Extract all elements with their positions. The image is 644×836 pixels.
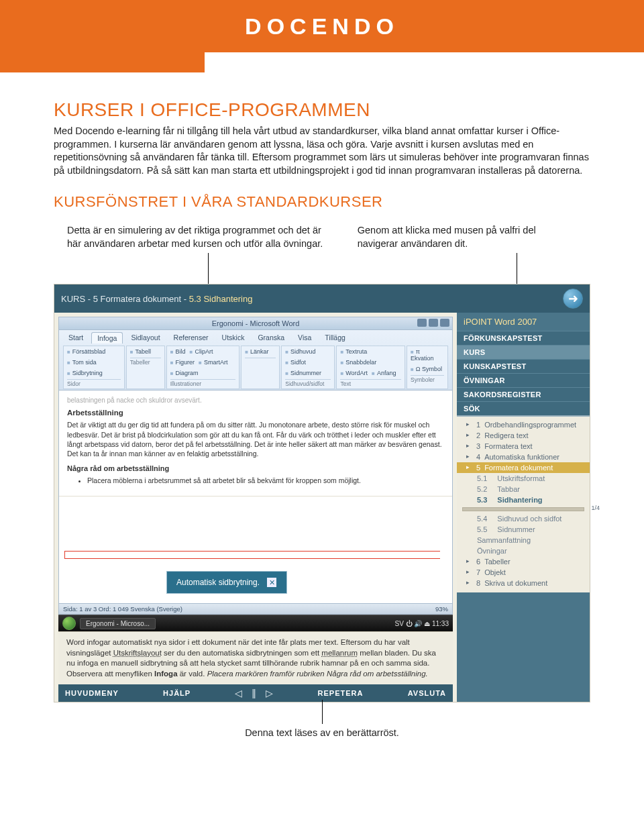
nav-sub-51[interactable]: 5.1 Utskriftsformat [457,473,590,484]
menu-sok[interactable]: SÖK [457,401,590,415]
nav-item-7[interactable]: 7Objekt [457,567,590,578]
nav-item-2[interactable]: 2Redigera text [457,430,590,441]
simulation-area[interactable]: Ergonomi - Microsoft Word Start Infoga S… [54,313,457,702]
btn-clipart[interactable]: ClipArt [190,348,213,355]
tab-utskick[interactable]: Utskick [217,332,250,344]
status-zoom: 93% [435,605,448,613]
btn-figurer[interactable]: Figurer [170,359,195,366]
start-orb-icon[interactable] [62,617,76,630]
breadcrumb-prefix: KURS - 5 Formatera dokument - [61,294,189,304]
ribbon-groups: Försättsblad Tom sida Sidbrytning Sidor … [63,346,448,389]
group-tabeller: Tabell Tabeller [126,346,165,389]
course-body: Ergonomi - Microsoft Word Start Infoga S… [54,313,590,702]
nav-sub-53[interactable]: 5.3 Sidhantering [457,494,590,505]
system-tray: SV ⏻ 🔊 ⏏ 11:33 [395,620,449,627]
btn-symbol[interactable]: Ω Symbol [411,366,442,372]
nav-item-5[interactable]: 5Formatera dokument [457,462,590,473]
callout-simulation: Detta är en simulering av det riktiga pr… [67,224,331,250]
tab-start[interactable]: Start [63,332,89,344]
footer-hjalp[interactable]: HJÄLP [163,689,191,697]
minimize-icon[interactable] [417,319,427,327]
windows-taskbar: Ergonomi - Microso... SV ⏻ 🔊 ⏏ 11:33 [58,615,453,631]
nav-sub-ovningar[interactable]: Övningar [457,545,590,556]
btn-smartart[interactable]: SmartArt [199,359,227,366]
play-icon[interactable]: ▷ [266,688,273,698]
btn-sidhuvud[interactable]: Sidhuvud [285,348,315,355]
nav-sub-sammanfattning[interactable]: Sammanfattning [457,535,590,545]
italic-instruction: Placera markören framför rubriken Några … [207,670,428,678]
tab-tillagg[interactable]: Tillägg [319,332,351,344]
group-symboler: π Ekvation Ω Symbol Symboler [407,346,448,389]
btn-diagram[interactable]: Diagram [170,370,199,376]
pause-icon[interactable]: ‖ [252,688,256,698]
group-text: Textruta Snabbdelar WordArt Anfang Text [336,346,405,389]
menu-forkunskapstest[interactable]: FÖRKUNSKAPSTEST [457,331,590,345]
btn-tabell[interactable]: Tabell [130,348,151,355]
tooltip-close-icon[interactable]: ✕ [266,577,277,588]
group-lankar: Länkar [241,346,280,389]
btn-snabbdelar[interactable]: Snabbdelar [340,359,376,366]
breadcrumb-current: 5.3 Sidhantering [189,294,253,304]
group-label-symboler: Symboler [411,375,444,383]
footer-repetera[interactable]: REPETERA [318,689,364,697]
ribbon-tabs: Start Infoga Sidlayout Referenser Utskic… [63,332,448,344]
footer-huvudmeny[interactable]: HUVUDMENY [65,689,119,697]
btn-forsattsblad[interactable]: Försättsblad [67,348,105,355]
menu-sakordsregister[interactable]: SAKORDSREGISTER [457,387,590,401]
doc-bullet: Placera möblerna i arbetsrummet så att a… [87,476,444,485]
tab-sidlayout[interactable]: Sidlayout [125,332,165,344]
tab-visa[interactable]: Visa [292,332,317,344]
btn-sidfot[interactable]: Sidfot [285,359,306,366]
narration-text: Word infogar automatiskt nya sidor i ett… [58,631,453,684]
nav-sub-52[interactable]: 5.2 Tabbar [457,484,590,494]
ribbon: Start Infoga Sidlayout Referenser Utskic… [58,330,453,390]
bold-infoga: Infoga [154,670,178,678]
tab-referenser[interactable]: Referenser [168,332,214,344]
word-title-text: Ergonomi - Microsoft Word [212,319,300,327]
document-area[interactable]: belastningen på nacke och skuldror avsev… [58,390,453,604]
accent-band [0,52,205,72]
tooltip-text: Automatisk sidbrytning. [176,577,260,588]
nav-item-8[interactable]: 8Skriva ut dokument [457,578,590,588]
sub-title: KURSFÖNSTRET I VÅRA STANDARDKURSER [54,193,590,211]
nav-sub-55[interactable]: 5.5 Sidnummer [457,524,590,535]
menu-ovningar[interactable]: ÖVNINGAR [457,373,590,387]
nav-item-6[interactable]: 6Tabeller [457,556,590,567]
arrow-right-icon: ➜ [568,291,578,306]
tab-granska[interactable]: Granska [252,332,290,344]
btn-sidbrytning[interactable]: Sidbrytning [67,370,103,376]
close-icon[interactable] [440,319,449,327]
callouts-row: Detta är en simulering av det riktiga pr… [54,224,590,257]
btn-ekvation[interactable]: π Ekvation [411,348,444,362]
course-sidebar: iPOINT Word 2007 FÖRKUNSKAPSTEST KURS KU… [457,313,590,702]
window-controls [417,319,449,327]
menu-kurs[interactable]: KURS [457,345,590,359]
underline-mellanrum: mellanrum [321,649,358,657]
btn-lankar[interactable]: Länkar [245,348,268,355]
btn-bild[interactable]: Bild [170,348,186,355]
word-title-bar: Ergonomi - Microsoft Word [58,317,453,330]
group-sidhuvud: Sidhuvud Sidfot Sidnummer Sidhuvud/sidfo… [281,346,335,389]
group-label-text: Text [340,379,401,387]
btn-textruta[interactable]: Textruta [340,348,367,355]
sidebar-brand: iPOINT Word 2007 [457,313,590,331]
footer-avsluta[interactable]: AVSLUTA [408,689,446,697]
rewind-icon[interactable]: ◁ [235,688,242,698]
menu-kunskapstest[interactable]: KUNSKAPSTEST [457,359,590,373]
nav-item-3[interactable]: 3Formatera text [457,441,590,452]
btn-anfang[interactable]: Anfang [372,370,396,376]
brand-logo: DOCENDO [245,13,399,40]
forward-button[interactable]: ➜ [563,289,583,309]
nav-sub-54[interactable]: 5.4 Sidhuvud och sidfot [457,513,590,524]
nav-item-1[interactable]: 1Ordbehandlingsprogrammet [457,419,590,430]
tab-infoga[interactable]: Infoga [91,332,123,344]
taskbar-app[interactable]: Ergonomi - Microso... [80,618,156,629]
btn-sidnummer[interactable]: Sidnummer [285,370,321,376]
selection-highlight [64,551,440,559]
nav-item-4[interactable]: 4Automatiska funktioner [457,452,590,462]
btn-tom-sida[interactable]: Tom sida [67,359,97,366]
btn-wordart[interactable]: WordArt [340,370,368,376]
maximize-icon[interactable] [429,319,438,327]
doc-heading-2: Några råd om arbetsställning [67,464,444,474]
group-label-tabeller: Tabeller [130,358,161,366]
